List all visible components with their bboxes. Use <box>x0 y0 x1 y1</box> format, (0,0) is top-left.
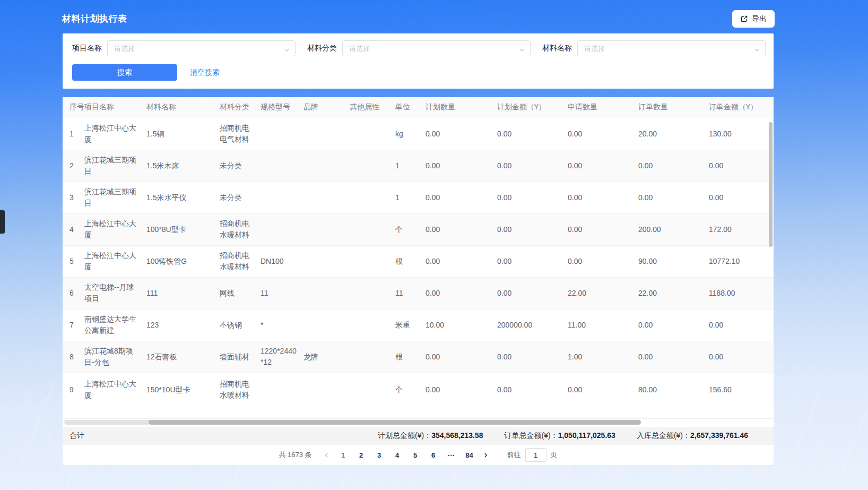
page: 材料计划执行表 导出 项目名称 材料分类 <box>0 0 868 490</box>
page-ellipsis[interactable]: ··· <box>444 448 459 462</box>
cell-12: 0.00 <box>709 309 774 341</box>
cell-0: 2 <box>63 150 84 182</box>
goto-page-input[interactable] <box>525 448 546 462</box>
cell-3: 招商机电水暖材料 <box>220 245 261 277</box>
cell-0: 7 <box>63 309 84 341</box>
table-row[interactable]: 6太空电梯--月球项目111网线11110.000.0022.0022.0011… <box>63 277 774 309</box>
cell-4: DN100 <box>261 245 303 277</box>
cell-11: 0.00 <box>638 182 709 213</box>
cell-10: 0.00 <box>568 213 638 245</box>
cell-1: 滨江花城三期项目 <box>84 182 146 213</box>
cell-3: 墙面辅材 <box>220 341 261 373</box>
table-row[interactable]: 8滨江花城8期项目-分包12石膏板墙面辅材1220*2440*12龙牌根0.00… <box>63 341 774 373</box>
cell-12: 172.00 <box>709 213 774 245</box>
cell-5 <box>303 277 350 309</box>
page-number-3[interactable]: 3 <box>372 448 387 462</box>
goto-page-suffix: 页 <box>551 450 558 460</box>
cell-5 <box>303 373 350 418</box>
page-number-4[interactable]: 4 <box>390 448 405 462</box>
column-header-8: 计划数量 <box>426 97 497 118</box>
cell-7: 1 <box>395 150 426 182</box>
cell-8: 10.00 <box>426 309 497 341</box>
cell-1: 南钢盛达大学生公寓新建 <box>84 309 146 341</box>
table-row[interactable]: 5上海松江中心大厦100铸铁管G招商机电水暖材料DN100根0.000.000.… <box>63 245 774 277</box>
page-number-1[interactable]: 1 <box>336 448 351 462</box>
table-row[interactable]: 4上海松江中心大厦100*8U型卡招商机电水暖材料个0.000.000.0020… <box>63 213 774 245</box>
cell-5 <box>303 118 350 150</box>
material-name-label: 材料名称 <box>542 44 572 53</box>
cell-4: 11 <box>261 277 303 309</box>
material-category-label: 材料分类 <box>307 44 337 53</box>
page-number-2[interactable]: 2 <box>354 448 369 462</box>
cell-8: 0.00 <box>426 118 497 150</box>
cell-8: 0.00 <box>426 277 497 309</box>
cell-1: 滨江花城8期项目-分包 <box>84 341 146 373</box>
total-item-0: 计划总金额(¥)：354,568,213.58 <box>378 431 483 441</box>
search-button[interactable]: 搜索 <box>72 64 177 81</box>
cell-8: 0.00 <box>426 150 497 182</box>
cell-2: 100*8U型卡 <box>146 213 220 245</box>
table-row[interactable]: 2滨江花城三期项目1.5米木床未分类10.000.000.000.000.00 <box>63 150 774 182</box>
horizontal-scrollbar-thumb[interactable] <box>149 420 641 425</box>
cell-1: 太空电梯--月球项目 <box>84 277 146 309</box>
cell-6 <box>350 309 395 341</box>
table-row[interactable]: 9上海松江中心大厦150*10U型卡招商机电水暖材料个0.000.000.008… <box>63 373 774 418</box>
export-button[interactable]: 导出 <box>732 10 775 28</box>
cell-11: 0.00 <box>638 309 709 341</box>
cell-10: 1.00 <box>568 341 638 373</box>
cell-8: 0.00 <box>426 245 497 277</box>
cell-1: 滨江花城三期项目 <box>84 150 146 182</box>
cell-11: 200.00 <box>638 213 709 245</box>
cell-2: 150*10U型卡 <box>146 373 220 418</box>
drawer-handle[interactable] <box>0 210 5 234</box>
clear-search-link[interactable]: 清空搜索 <box>190 68 220 78</box>
table-row[interactable]: 3滨江花城三期项目1.5米水平仪未分类10.000.000.000.000.00 <box>63 182 774 213</box>
cell-8: 0.00 <box>426 341 497 373</box>
table-row[interactable]: 1上海松江中心大厦1.5钢招商机电电气材料kg0.000.000.0020.00… <box>63 118 774 150</box>
cell-8: 0.00 <box>426 213 497 245</box>
cell-2: 111 <box>146 277 220 309</box>
cell-11: 80.00 <box>638 373 709 418</box>
cell-3: 不锈钢 <box>220 309 261 341</box>
page-number-5[interactable]: 5 <box>408 448 423 462</box>
table-header: 序号项目名称材料名称材料分类规格型号品牌其他属性单位计划数量计划金额（¥）申请数… <box>63 97 774 118</box>
page-number-6[interactable]: 6 <box>426 448 441 462</box>
column-header-2: 材料名称 <box>146 97 220 118</box>
cell-6 <box>350 182 395 213</box>
cell-4 <box>261 150 303 182</box>
cell-3: 招商机电电气材料 <box>220 118 261 150</box>
total-item-2: 入库总金额(¥)：2,657,339,761.46 <box>637 431 748 441</box>
vertical-scrollbar-thumb[interactable] <box>769 122 772 247</box>
cell-12: 0.00 <box>709 182 774 213</box>
export-button-label: 导出 <box>752 14 767 24</box>
cell-9: 0.00 <box>497 182 568 213</box>
page-number-list: 123456···84 <box>334 448 479 462</box>
pagination-total: 共 1673 条 <box>279 450 311 460</box>
column-header-7: 单位 <box>395 97 426 118</box>
page-number-84[interactable]: 84 <box>462 448 477 462</box>
cell-4: * <box>261 309 303 341</box>
cell-7: 根 <box>395 341 426 373</box>
cell-5 <box>303 245 350 277</box>
cell-12: 1188.00 <box>709 277 774 309</box>
chevron-down-icon <box>284 46 290 55</box>
project-name-input[interactable] <box>108 41 295 56</box>
material-name-select[interactable] <box>577 40 766 56</box>
material-name-input[interactable] <box>578 41 765 56</box>
cell-4 <box>261 118 303 150</box>
cell-11: 20.00 <box>638 118 709 150</box>
page-title: 材料计划执行表 <box>62 13 127 25</box>
cell-10: 0.00 <box>568 118 638 150</box>
cell-5 <box>303 213 350 245</box>
cell-7: 个 <box>395 373 426 418</box>
cell-1: 上海松江中心大厦 <box>84 245 146 277</box>
cell-7: 根 <box>395 245 426 277</box>
material-category-select[interactable] <box>342 40 531 56</box>
next-page-button[interactable] <box>479 448 493 462</box>
cell-2: 12石膏板 <box>146 341 220 373</box>
table-row[interactable]: 7南钢盛达大学生公寓新建123不锈钢*米重10.00200000.0011.00… <box>63 309 774 341</box>
cell-9: 0.00 <box>497 150 568 182</box>
prev-page-button[interactable] <box>319 448 334 462</box>
project-name-select[interactable] <box>107 40 296 56</box>
material-category-input[interactable] <box>343 41 530 56</box>
